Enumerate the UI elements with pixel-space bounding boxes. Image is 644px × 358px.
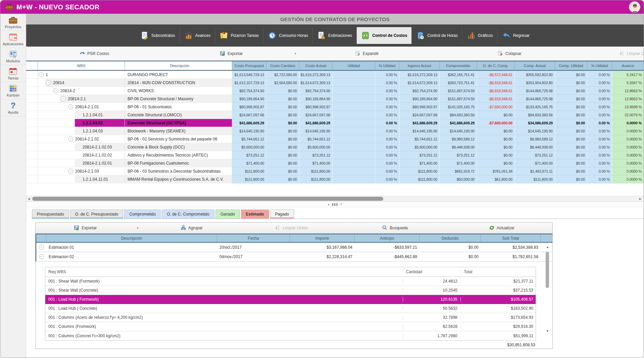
reqwbs-row[interactable]: 001 : Load Hub ( Concrete)50.5632$183,50… <box>45 304 536 313</box>
sidebar-item-kanban[interactable]: Kanban <box>0 82 26 99</box>
expand-icon[interactable]: › <box>39 245 44 250</box>
reqwbs-row[interactable]: 001 : Shear Wall (Formwork)24.4612$21,37… <box>45 277 536 286</box>
column-header[interactable]: Ingreso Actual <box>399 61 440 70</box>
table-row[interactable]: ›20814-2CIVIL WORKS$92,754,374.90$0.00$9… <box>26 87 644 95</box>
tab-ganado[interactable]: Ganado <box>215 210 240 219</box>
search-button[interactable]: Busqueda <box>382 225 408 231</box>
table-row[interactable]: ›20814-2.1.01BP-06 - 01 Subcontratos$80,… <box>26 103 644 111</box>
table-row[interactable]: ›20814-2.1.02BP-06 - 02 Servicios y Sumi… <box>26 135 644 143</box>
column-header-anticipo[interactable]: Anticipo <box>355 234 419 242</box>
control-de-costos-button[interactable]: $ Control de Costos <box>357 27 411 44</box>
scrollbar-thumb[interactable] <box>32 197 383 201</box>
column-header[interactable]: % Utilidad <box>587 61 612 70</box>
splitter-up-arrow[interactable]: ▲ <box>327 203 330 206</box>
collapse-icon[interactable]: › <box>68 136 73 141</box>
tab-presupuestado[interactable]: Presupuestado <box>32 210 69 219</box>
estimacion-row[interactable]: ›Estimacion 0204/nov./2017$2,228,314.47-… <box>36 252 552 261</box>
collapse-icon[interactable]: › <box>46 80 51 85</box>
column-header[interactable]: Descripción <box>125 61 232 70</box>
column-header[interactable]: Costo Presupuest <box>232 61 266 70</box>
collapse-icon[interactable]: › <box>61 96 66 101</box>
table-row[interactable]: 20814-2.1.02.01BP-06 Fumigaciones Cuahut… <box>26 159 644 167</box>
clear-order-button[interactable]: A Z Limpiar Orden <box>619 51 644 56</box>
group-button[interactable]: Agrupar <box>181 225 203 231</box>
column-header-total[interactable]: Total <box>461 270 536 274</box>
table-row[interactable]: ›20814-2.1.03BP-06 - 03 Suministros a De… <box>26 167 644 175</box>
pizarron-tareas-button[interactable]: Pizarron Tareas <box>215 27 263 44</box>
scroll-down-arrow[interactable]: ▼ <box>545 329 550 334</box>
scroll-left-arrow[interactable]: ◀ <box>26 197 32 200</box>
collapse-icon[interactable]: › <box>68 169 73 174</box>
horizontal-scrollbar[interactable]: ◀ ▶ <box>26 196 644 202</box>
sidebar-item-tareas[interactable]: Tareas <box>0 65 26 82</box>
column-header[interactable]: Avance <box>612 61 644 70</box>
sidebar-item-ayuda[interactable]: ? Ayuda <box>0 99 26 116</box>
column-header[interactable]: Comp. Utilidad <box>555 61 587 70</box>
column-header[interactable]: Costo Cambios <box>266 61 299 70</box>
pane-splitter[interactable]: ▲ ▮▮▮ ▼ <box>26 202 644 207</box>
table-row[interactable]: 20814-2.1.02.02Aditivos y Recubrimientos… <box>26 151 644 159</box>
subcontratos-button[interactable]: Subcontratos <box>136 27 180 44</box>
column-header[interactable] <box>26 61 38 70</box>
expand-button[interactable]: Expandir <box>355 51 379 56</box>
tab-odec-comprometido[interactable]: O. de C. Comprometido <box>162 210 214 219</box>
avances-button[interactable]: Avances <box>180 27 215 44</box>
collapse-icon[interactable]: › <box>39 72 44 77</box>
column-header[interactable]: Costo Actual <box>299 61 333 70</box>
refresh-button[interactable]: Actualizar <box>489 225 514 231</box>
column-header[interactable]: Utilidad <box>333 61 375 70</box>
column-header[interactable]: WBS <box>38 61 125 70</box>
column-header-deducido[interactable]: Deducido <box>419 234 481 242</box>
column-header[interactable]: % Utilidad <box>375 61 399 70</box>
splitter-grip[interactable]: ▮▮▮ <box>332 202 338 206</box>
export-dropdown-caret[interactable]: ▾ <box>295 52 296 55</box>
sidebar-item-proyectos[interactable]: Proyectos <box>0 14 26 31</box>
estimaciones-button[interactable]: Estimaciones <box>313 27 356 44</box>
sidebar-item-aplicaciones[interactable]: Aplicaciones <box>0 31 26 48</box>
export-button-bottom[interactable]: Exportar <box>74 225 97 231</box>
scroll-up-arrow[interactable]: ▲ <box>545 245 550 250</box>
table-row[interactable]: 1.2.1.04.01Concrete Structural (LOMCCI)$… <box>26 111 644 119</box>
export-button[interactable]: Exportar <box>220 51 243 56</box>
column-header[interactable]: Comp. Actual <box>515 61 555 70</box>
splitter-down-arrow[interactable]: ▼ <box>340 203 343 206</box>
collapse-icon[interactable]: › <box>39 254 44 259</box>
control-de-horas-button[interactable]: Control de Horas <box>412 27 462 44</box>
collapse-icon[interactable]: › <box>53 88 58 93</box>
column-header[interactable]: Comprometido <box>440 61 477 70</box>
scroll-right-arrow[interactable]: ▶ <box>638 197 643 200</box>
column-header-fecha[interactable]: Fecha <box>217 234 290 242</box>
psr-costos-button[interactable]: PSR Costos <box>80 51 109 56</box>
reqwbs-row[interactable]: 001 : Columns (Concret f'c=300 kg/cm2)1,… <box>45 331 536 340</box>
column-header-cantidad[interactable]: Cantidad <box>403 270 461 274</box>
table-row[interactable]: ›1DURANGO PROJECT$1,613,549,729.13$2,722… <box>26 71 644 79</box>
regresar-button[interactable]: Regresar <box>498 27 534 44</box>
column-header[interactable]: O. de C. Comp. <box>477 61 515 70</box>
column-header-importe[interactable]: Importe <box>290 234 355 242</box>
collapse-icon[interactable]: › <box>68 104 73 109</box>
export-dropdown-caret-bottom[interactable]: ▾ <box>137 226 139 230</box>
scrollbar-track[interactable] <box>545 250 550 329</box>
consumo-horas-button[interactable]: Consumo Horas <box>263 27 312 44</box>
column-header-subtotal[interactable]: Sub Total <box>481 234 541 242</box>
tab-comprometido[interactable]: Comprometido <box>124 210 161 219</box>
table-row[interactable]: 20814-2.1.02.03Concrete & Block Supply (… <box>26 143 644 151</box>
table-row[interactable]: ›2081420814 - MJN COW CONSTRUCTION$1,612… <box>26 79 644 87</box>
table-row[interactable]: 1.2.1.04.11.01MMAM Rental Equipos y Cosn… <box>26 175 644 183</box>
sidebar-item-modulos[interactable]: Modulos <box>0 48 26 65</box>
tab-odec-presupuestado[interactable]: O. de C. Presupuestado <box>70 210 123 219</box>
reqwbs-row[interactable]: 001 : Shear Wall (Concrete)10.2545$37,21… <box>45 286 536 295</box>
vertical-scrollbar[interactable]: ▲ ▼ <box>545 245 550 334</box>
tab-estimado[interactable]: Estimado <box>241 210 269 219</box>
reqwbs-row[interactable]: 001 : Columns (Acero de refuerzo f'y= 4,… <box>45 313 536 322</box>
graficos-button[interactable]: Gráficos <box>462 27 497 44</box>
reqwbs-row[interactable]: 001 : Columns (Fromwork)62.5628$29,916.3… <box>45 322 536 331</box>
clear-order-button-bottom[interactable]: A Z Limpiar Orden <box>275 225 308 231</box>
table-row[interactable]: ›20814-2.1BP-06 Concrete Structural / Ma… <box>26 95 644 103</box>
table-row[interactable]: 1.2.1.04.03Blockwork - Masonry (SEAMEX)$… <box>26 127 644 135</box>
reqwbs-row[interactable]: 001 : Load Hub ( Formwork)120.6135$105,4… <box>45 295 536 304</box>
user-avatar[interactable] <box>629 1 640 13</box>
estimacion-row[interactable]: ›Estimacion 0120/oct./2017$3,167,986.04-… <box>36 243 552 252</box>
tab-pagado[interactable]: Pagado <box>270 210 294 219</box>
column-header-descripcion[interactable]: Descripción <box>46 234 217 242</box>
